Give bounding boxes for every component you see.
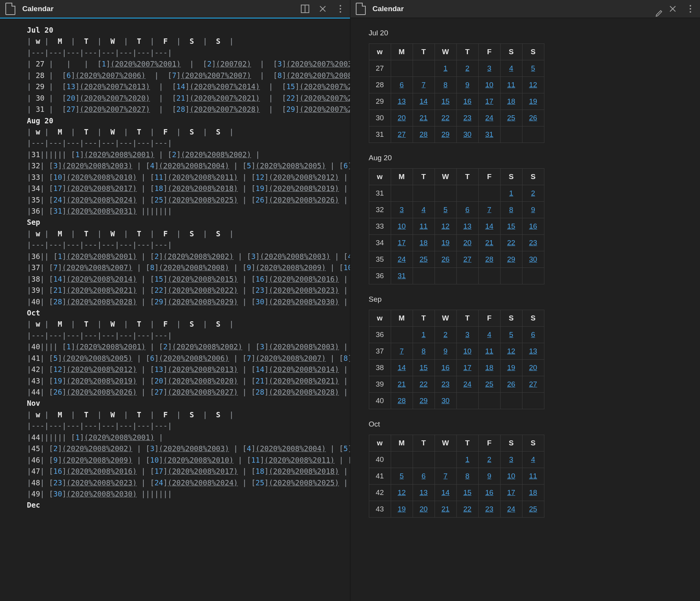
day-cell[interactable]: 12 bbox=[500, 343, 522, 360]
day-cell[interactable]: 20 bbox=[456, 235, 478, 251]
day-link[interactable]: 7 bbox=[421, 81, 426, 89]
day-cell[interactable]: 22 bbox=[456, 501, 478, 518]
day-cell[interactable]: 16 bbox=[478, 485, 500, 501]
day-link[interactable]: 24 bbox=[398, 255, 406, 263]
day-link[interactable]: 15 bbox=[507, 222, 515, 230]
day-cell[interactable]: 3 bbox=[391, 202, 413, 218]
day-link[interactable]: 18 bbox=[420, 239, 428, 247]
day-cell[interactable]: 5 bbox=[391, 468, 413, 485]
day-cell[interactable]: 9 bbox=[435, 343, 456, 360]
day-link[interactable]: 4 bbox=[509, 64, 513, 72]
day-cell[interactable]: 2 bbox=[478, 452, 500, 468]
day-cell[interactable]: 30 bbox=[522, 251, 544, 268]
day-cell[interactable]: 4 bbox=[522, 452, 544, 468]
day-link[interactable]: 1 bbox=[465, 455, 469, 463]
day-cell[interactable]: 29 bbox=[500, 251, 522, 268]
day-cell[interactable]: 22 bbox=[435, 110, 456, 126]
more-icon[interactable] bbox=[686, 5, 695, 13]
day-cell[interactable]: 6 bbox=[413, 468, 435, 485]
day-cell[interactable]: 19 bbox=[391, 501, 413, 518]
day-link[interactable]: 3 bbox=[465, 330, 469, 339]
day-link[interactable]: 10 bbox=[507, 472, 515, 480]
day-link[interactable]: 5 bbox=[400, 472, 404, 480]
day-cell[interactable]: 5 bbox=[500, 327, 522, 343]
day-cell[interactable]: 21 bbox=[478, 235, 500, 251]
day-cell[interactable]: 14 bbox=[435, 485, 456, 501]
day-cell[interactable]: 3 bbox=[456, 327, 478, 343]
day-link[interactable]: 31 bbox=[398, 272, 406, 280]
day-link[interactable]: 6 bbox=[531, 330, 535, 339]
day-link[interactable]: 14 bbox=[441, 488, 450, 496]
day-link[interactable]: 15 bbox=[420, 364, 428, 372]
day-cell[interactable]: 16 bbox=[435, 360, 456, 376]
day-link[interactable]: 9 bbox=[531, 206, 535, 214]
day-cell[interactable]: 18 bbox=[478, 360, 500, 376]
day-link[interactable]: 9 bbox=[487, 472, 491, 480]
day-link[interactable]: 23 bbox=[485, 505, 493, 513]
day-cell[interactable]: 26 bbox=[435, 251, 456, 268]
day-cell[interactable]: 31 bbox=[391, 268, 413, 284]
day-cell[interactable]: 11 bbox=[413, 218, 435, 235]
day-link[interactable]: 18 bbox=[507, 97, 515, 105]
day-link[interactable]: 30 bbox=[441, 397, 450, 405]
day-cell[interactable]: 23 bbox=[435, 376, 456, 393]
day-cell[interactable]: 24 bbox=[456, 376, 478, 393]
day-cell[interactable]: 12 bbox=[435, 218, 456, 235]
day-cell[interactable]: 16 bbox=[456, 93, 478, 110]
day-link[interactable]: 24 bbox=[507, 505, 515, 513]
day-link[interactable]: 5 bbox=[509, 330, 513, 339]
day-cell[interactable]: 23 bbox=[478, 501, 500, 518]
source-content[interactable]: Jul 20 | w | M | T | W | T | F | S | S |… bbox=[0, 18, 350, 601]
day-link[interactable]: 19 bbox=[529, 97, 537, 105]
day-link[interactable]: 21 bbox=[398, 380, 406, 388]
day-cell[interactable]: 22 bbox=[413, 376, 435, 393]
day-link[interactable]: 20 bbox=[463, 239, 471, 247]
day-cell[interactable]: 10 bbox=[500, 468, 522, 485]
day-cell[interactable]: 24 bbox=[391, 251, 413, 268]
day-link[interactable]: 23 bbox=[441, 380, 450, 388]
day-link[interactable]: 22 bbox=[507, 239, 515, 247]
day-link[interactable]: 5 bbox=[531, 64, 535, 72]
day-cell[interactable]: 29 bbox=[435, 126, 456, 143]
day-cell[interactable]: 13 bbox=[456, 218, 478, 235]
day-link[interactable]: 31 bbox=[485, 130, 493, 138]
day-link[interactable]: 12 bbox=[398, 488, 406, 496]
day-link[interactable]: 9 bbox=[465, 81, 469, 89]
day-link[interactable]: 29 bbox=[441, 130, 450, 138]
day-link[interactable]: 22 bbox=[441, 114, 450, 122]
day-link[interactable]: 26 bbox=[441, 255, 450, 263]
day-link[interactable]: 23 bbox=[463, 114, 471, 122]
day-cell[interactable]: 8 bbox=[435, 77, 456, 93]
day-link[interactable]: 13 bbox=[529, 347, 537, 355]
close-icon[interactable] bbox=[318, 5, 327, 13]
day-link[interactable]: 8 bbox=[465, 472, 469, 480]
day-link[interactable]: 21 bbox=[485, 239, 493, 247]
day-cell[interactable]: 31 bbox=[478, 126, 500, 143]
day-link[interactable]: 7 bbox=[443, 472, 448, 480]
day-cell[interactable]: 15 bbox=[456, 485, 478, 501]
day-link[interactable]: 1 bbox=[509, 189, 513, 197]
day-link[interactable]: 25 bbox=[485, 380, 493, 388]
day-link[interactable]: 26 bbox=[529, 114, 537, 122]
day-link[interactable]: 19 bbox=[441, 239, 450, 247]
day-link[interactable]: 24 bbox=[485, 114, 493, 122]
day-link[interactable]: 9 bbox=[443, 347, 448, 355]
day-cell[interactable]: 16 bbox=[522, 218, 544, 235]
day-cell[interactable]: 19 bbox=[435, 235, 456, 251]
day-link[interactable]: 15 bbox=[463, 488, 471, 496]
day-cell[interactable]: 11 bbox=[478, 343, 500, 360]
day-link[interactable]: 12 bbox=[507, 347, 515, 355]
day-cell[interactable]: 6 bbox=[456, 202, 478, 218]
day-link[interactable]: 27 bbox=[398, 130, 406, 138]
day-link[interactable]: 20 bbox=[398, 114, 406, 122]
day-link[interactable]: 2 bbox=[487, 455, 491, 463]
day-link[interactable]: 16 bbox=[441, 364, 450, 372]
day-cell[interactable]: 24 bbox=[500, 501, 522, 518]
day-cell[interactable]: 19 bbox=[500, 360, 522, 376]
day-link[interactable]: 19 bbox=[507, 364, 515, 372]
split-view-icon[interactable] bbox=[301, 5, 309, 13]
day-link[interactable]: 5 bbox=[443, 206, 448, 214]
day-cell[interactable]: 1 bbox=[500, 185, 522, 202]
day-cell[interactable]: 5 bbox=[522, 60, 544, 77]
day-link[interactable]: 26 bbox=[507, 380, 515, 388]
